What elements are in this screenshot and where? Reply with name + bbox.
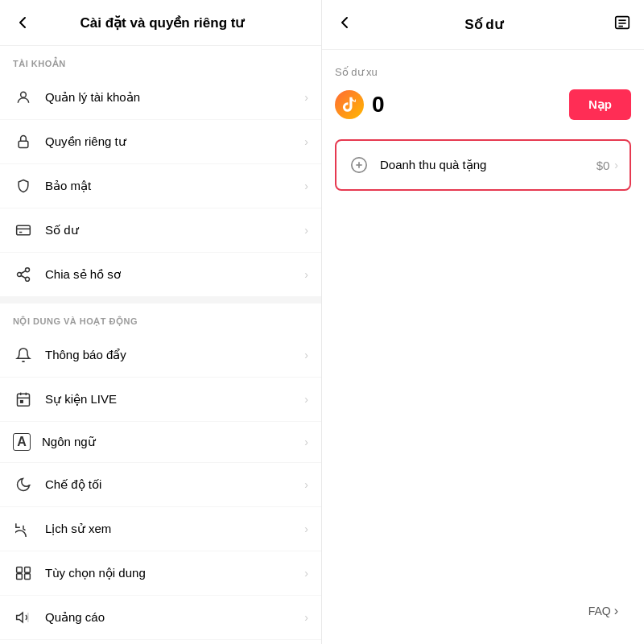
menu-icon[interactable] xyxy=(613,14,631,35)
svg-rect-2 xyxy=(17,225,31,235)
left-back-button[interactable] xyxy=(13,13,32,32)
menu-item-thong-bao-day[interactable]: Thông báo đẩy › xyxy=(0,333,321,378)
gift-revenue-label: Doanh thu quà tặng xyxy=(380,158,597,172)
svg-rect-10 xyxy=(18,394,30,406)
svg-line-9 xyxy=(21,270,26,273)
content-icon xyxy=(13,563,34,584)
card-icon xyxy=(13,220,34,241)
left-header-title: Cài đặt và quyền riêng tư xyxy=(42,14,283,31)
menu-item-quang-cao[interactable]: Quảng cáo › xyxy=(0,596,321,640)
chevron-right-icon: › xyxy=(304,522,308,535)
chevron-right-icon: › xyxy=(304,180,308,192)
svg-point-6 xyxy=(18,273,22,277)
menu-item-so-du[interactable]: Số dư › xyxy=(0,208,321,253)
person-icon xyxy=(13,87,34,108)
svg-rect-17 xyxy=(17,574,23,580)
chevron-right-icon: › xyxy=(304,611,308,624)
menu-label-su-kien-live: Sự kiện LIVE xyxy=(45,392,304,407)
language-icon: A xyxy=(13,433,31,451)
menu-item-tuy-chon-noi-dung[interactable]: Tùy chọn nội dung › xyxy=(0,551,321,596)
section-label-account: TÀI KHOẢN xyxy=(0,46,321,76)
menu-item-lich-su-xem[interactable]: Lịch sử xem › xyxy=(0,507,321,551)
menu-item-ngon-ngu[interactable]: A Ngôn ngữ › xyxy=(0,422,321,463)
menu-item-bao-mat[interactable]: Bảo mật › xyxy=(0,164,321,208)
svg-rect-18 xyxy=(25,574,31,580)
balance-amount: 0 xyxy=(372,92,385,118)
svg-point-0 xyxy=(21,92,27,97)
balance-left: 0 xyxy=(335,90,385,119)
menu-item-quyen-rieng-tu[interactable]: Quyền riêng tư › xyxy=(0,120,321,164)
section-divider xyxy=(0,297,321,303)
svg-rect-15 xyxy=(17,568,23,573)
svg-rect-16 xyxy=(25,568,31,573)
menu-label-lich-su-xem: Lịch sử xem xyxy=(45,522,304,536)
chevron-right-icon: › xyxy=(304,478,308,491)
balance-section-label: Số dư xu xyxy=(335,66,631,78)
menu-item-su-kien-live[interactable]: Sự kiện LIVE › xyxy=(0,378,321,422)
menu-label-thong-bao-day: Thông báo đẩy xyxy=(45,348,304,362)
menu-label-quang-cao: Quảng cáo xyxy=(45,610,304,625)
bell-icon xyxy=(13,345,34,365)
chevron-right-icon: › xyxy=(304,224,308,237)
nap-button[interactable]: Nạp xyxy=(569,89,631,120)
balance-row: 0 Nạp xyxy=(335,89,631,120)
chevron-right-icon: › xyxy=(304,91,308,104)
right-panel: Số dư Số dư xu 0 Nạp xyxy=(322,0,644,644)
menu-label-quyen-rieng-tu: Quyền riêng tư xyxy=(45,134,304,149)
svg-line-8 xyxy=(21,275,26,278)
menu-label-ngon-ngu: Ngôn ngữ xyxy=(42,435,304,449)
menu-label-so-du: Số dư xyxy=(45,223,304,237)
lock-icon xyxy=(13,131,34,152)
svg-rect-1 xyxy=(19,141,28,147)
gift-revenue-amount: $0 xyxy=(597,159,610,172)
menu-label-bao-mat: Bảo mật xyxy=(45,179,304,193)
menu-item-chia-se-ho-so[interactable]: Chia sẻ hồ sơ › xyxy=(0,253,321,297)
moon-icon xyxy=(13,474,34,495)
right-back-button[interactable] xyxy=(335,13,354,36)
gift-icon xyxy=(348,154,370,176)
faq-section: FAQ › xyxy=(576,591,631,631)
faq-link[interactable]: FAQ › xyxy=(576,591,631,631)
right-header-title: Số dư xyxy=(364,16,604,33)
svg-point-7 xyxy=(26,277,30,281)
left-panel: Cài đặt và quyền riêng tư TÀI KHOẢN Quản… xyxy=(0,0,322,644)
balance-section: Số dư xu 0 Nạp xyxy=(322,50,644,130)
svg-rect-14 xyxy=(21,401,23,403)
megaphone-icon xyxy=(13,607,34,628)
menu-label-tuy-chon-noi-dung: Tùy chọn nội dung xyxy=(45,566,304,580)
shield-icon xyxy=(13,175,34,196)
chevron-right-icon: › xyxy=(304,268,308,281)
section-label-content: NỘI DUNG VÀ HOẠT ĐỘNG xyxy=(0,303,321,333)
chevron-right-icon: › xyxy=(304,567,308,580)
menu-label-che-do-toi: Chế độ tối xyxy=(45,477,304,492)
menu-label-chia-se-ho-so: Chia sẻ hồ sơ xyxy=(45,267,304,282)
chevron-right-icon: › xyxy=(304,135,308,148)
menu-item-quan-ly-tai-khoan[interactable]: Quản lý tài khoản › xyxy=(0,76,321,120)
share-icon xyxy=(13,264,34,285)
menu-item-che-do-toi[interactable]: Chế độ tối › xyxy=(0,463,321,507)
chevron-right-icon: › xyxy=(304,349,308,361)
left-header: Cài đặt và quyền riêng tư xyxy=(0,0,321,46)
chevron-right-icon: › xyxy=(304,436,308,448)
svg-point-5 xyxy=(26,268,30,272)
calendar-icon xyxy=(13,389,34,410)
svg-marker-19 xyxy=(17,613,23,622)
gift-revenue-item[interactable]: Doanh thu quà tặng $0 › xyxy=(335,139,631,191)
right-header: Số dư xyxy=(322,0,644,50)
gift-chevron-icon: › xyxy=(614,159,618,171)
tiktok-coin-icon xyxy=(335,90,364,119)
history-icon xyxy=(13,518,34,539)
menu-item-thoi-gian-su-dung[interactable]: Thời gian sử dụng màn hình › xyxy=(0,640,321,644)
chevron-right-icon: › xyxy=(304,393,308,406)
menu-label-quan-ly-tai-khoan: Quản lý tài khoản xyxy=(45,90,304,105)
